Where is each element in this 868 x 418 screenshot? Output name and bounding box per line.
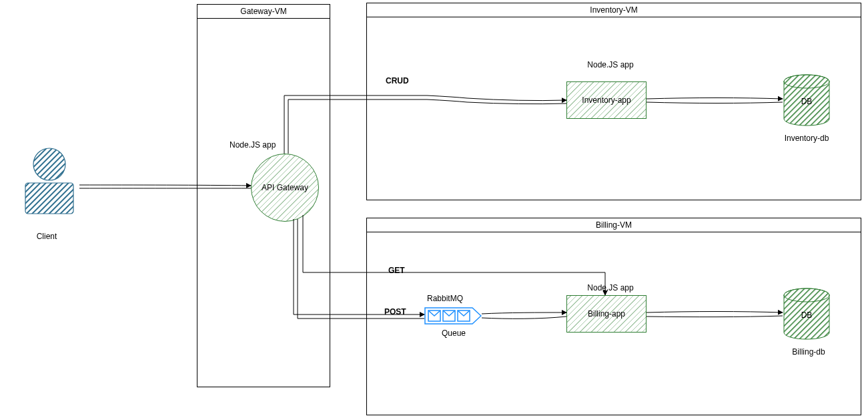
- inventory-db: DB: [783, 73, 831, 127]
- api-gateway-label: API Gateway: [252, 154, 318, 221]
- inventory-vm-title: Inventory-VM: [366, 3, 861, 17]
- billing-db: DB: [783, 287, 831, 341]
- edge-crud-label: CRUD: [386, 76, 409, 85]
- inventory-db-label: DB: [783, 97, 831, 106]
- client-actor: [19, 147, 80, 234]
- inventory-app-box: Inventory-app: [566, 81, 646, 119]
- billing-vm-title: Billing-VM: [366, 218, 861, 232]
- billing-app-label: Billing-app: [567, 296, 646, 332]
- inventory-nodejs-label: Node.JS app: [580, 60, 640, 69]
- billing-nodejs-label: Node.JS app: [580, 283, 640, 292]
- inventory-db-caption: Inventory-db: [783, 134, 831, 143]
- billing-app-box: Billing-app: [566, 295, 646, 333]
- api-gateway-node: API Gateway: [251, 154, 319, 222]
- svg-point-2: [33, 148, 65, 180]
- billing-db-label: DB: [783, 310, 831, 320]
- gateway-vm-title: Gateway-VM: [197, 4, 330, 19]
- svg-rect-3: [25, 183, 73, 214]
- edge-post-label: POST: [384, 307, 406, 317]
- queue-bottom-label: Queue: [434, 329, 474, 338]
- gateway-nodejs-label: Node.JS app: [230, 140, 290, 150]
- queue-shape: [424, 307, 482, 325]
- queue-top-label: RabbitMQ: [427, 294, 475, 303]
- edge-get-label: GET: [388, 266, 405, 275]
- inventory-app-label: Inventory-app: [567, 82, 646, 118]
- client-label: Client: [27, 232, 67, 241]
- billing-db-caption: Billing-db: [785, 347, 833, 357]
